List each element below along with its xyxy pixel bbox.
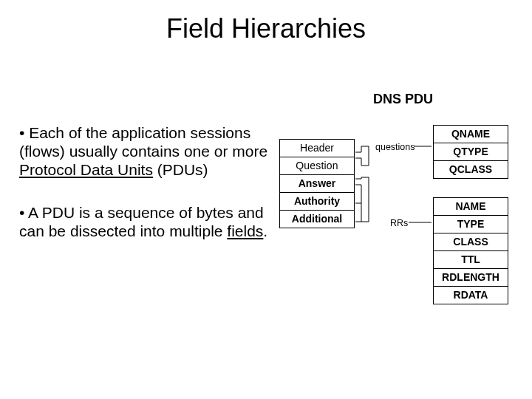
pdu-row-header: Header [280, 140, 354, 157]
bullet-2: • A PDU is a sequence of bytes and can b… [19, 204, 270, 241]
qfield-row: QCLASS [433, 160, 508, 179]
rrfield-row: RDLENGTH [433, 268, 508, 287]
pdu-sections-table: Header Question Answer Authority Additio… [279, 139, 355, 228]
bullet-dot: • [19, 124, 29, 141]
bullet-1-underline: Protocol Data Units [19, 161, 153, 178]
rrfield-row: RDATA [433, 286, 508, 304]
pdu-row-question: Question [280, 157, 354, 174]
bullet-2-underline: fields [227, 222, 263, 239]
bullet-2-text-b: . [263, 222, 267, 239]
bullet-1-text-b: (PDUs) [153, 161, 208, 178]
rrs-label: RRs [390, 218, 408, 228]
bullet-1-text-a: Each of the application sessions (flows)… [19, 124, 267, 160]
pdu-row-additional: Additional [280, 210, 354, 228]
bullet-dot: • [19, 204, 28, 221]
bullet-1: • Each of the application sessions (flow… [19, 124, 270, 179]
questions-label: questions [375, 142, 415, 152]
rr-fields-table: NAME TYPE CLASS TTL RDLENGTH RDATA [433, 198, 508, 304]
rrfield-row: NAME [433, 197, 508, 216]
rrfield-row: CLASS [433, 233, 508, 251]
slide-title: Field Hierarchies [0, 13, 532, 44]
question-fields-table: QNAME QTYPE QCLASS [433, 126, 508, 179]
qfield-row: QTYPE [433, 143, 508, 161]
qfield-row: QNAME [433, 125, 508, 143]
slide: Field Hierarchies DNS PDU • Each of the … [0, 0, 532, 399]
rrfield-row: TTL [433, 250, 508, 269]
pdu-row-authority: Authority [280, 192, 354, 210]
pdu-row-answer: Answer [280, 174, 354, 192]
dns-pdu-label: DNS PDU [373, 92, 433, 107]
rrfield-row: TYPE [433, 215, 508, 233]
